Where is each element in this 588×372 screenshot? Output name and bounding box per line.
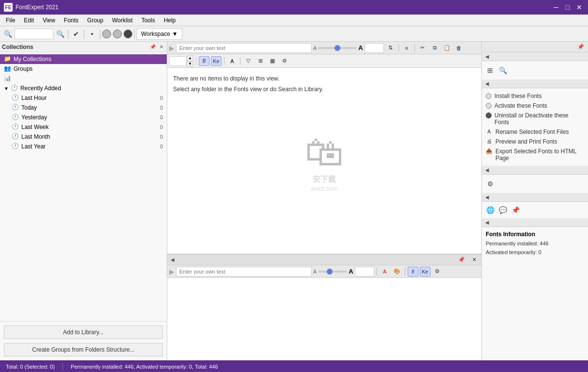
collections-label: Collections <box>2 44 33 50</box>
menu-fonts[interactable]: Fonts <box>60 16 82 25</box>
rp-grid-icon[interactable]: ⊞ <box>485 65 495 76</box>
menu-file[interactable]: File <box>2 16 19 25</box>
create-groups-btn[interactable]: Create Groups from Folders Structure... <box>4 343 163 356</box>
paste-btn[interactable]: 📋 <box>442 43 452 53</box>
tree-item-last-year[interactable]: 🕐 Last Year 0 <box>0 142 167 151</box>
tree-item-recently-added[interactable]: ▼ 🕐 Recently Added <box>0 83 167 93</box>
minimize-button[interactable]: ─ <box>551 2 561 12</box>
right-panel-header: 📌 <box>482 42 588 52</box>
tree-item-last-week[interactable]: 🕐 Last Week 0 <box>0 122 167 132</box>
toolbar-sep4 <box>134 29 135 39</box>
action-rename[interactable]: A Rename Selected Font Files <box>484 127 586 137</box>
stepper-down[interactable]: ▼ <box>187 61 193 67</box>
panel-pin-btn[interactable]: 📌 <box>149 44 156 50</box>
menu-help[interactable]: Help <box>160 16 180 25</box>
circle-btn-gray2[interactable] <box>113 30 122 38</box>
toolbar-dot-btn[interactable]: • <box>86 28 98 40</box>
menu-tools[interactable]: Tools <box>138 16 159 25</box>
bottom-preview-input[interactable] <box>176 267 312 276</box>
action-export[interactable]: 📤 Export Selected Fonts to HTML Page <box>484 146 586 163</box>
preview-toolbar2: 400 ▲ ▼ fi Ke A ▽ ⊞ ▦ ⚙ <box>167 54 481 68</box>
bottom-toolbar: ▶ A A 28 A 🎨 fi Ke ⚙ <box>167 265 481 278</box>
bottom-panel-collapse[interactable]: ◀ <box>169 257 176 263</box>
copy-btn[interactable]: ⧉ <box>429 43 440 53</box>
rp-divider2[interactable]: ◀ <box>482 80 588 88</box>
cut-btn[interactable]: ✂ <box>417 43 428 53</box>
bottom-size-slider[interactable] <box>318 271 347 273</box>
toolbar-check-btn[interactable]: ✔ <box>70 28 82 40</box>
layout2-btn[interactable]: ▦ <box>267 56 278 66</box>
tree-item-chart[interactable]: 📊 <box>0 74 167 83</box>
bottom-color-btn[interactable]: A <box>380 267 390 276</box>
circle-btn-gray[interactable] <box>102 30 111 38</box>
layout-btn[interactable]: ⊞ <box>255 56 266 66</box>
tree-item-today[interactable]: 🕐 Today 0 <box>0 103 167 113</box>
empty-message: There are no items to display in this vi… <box>173 74 476 95</box>
bold-toggle[interactable]: A <box>227 56 238 66</box>
preview-arrow-icon: ▶ <box>169 44 175 52</box>
rp-divider1[interactable]: ◀ <box>482 52 588 61</box>
title-text: FontExpert 2021 <box>16 4 59 11</box>
menu-view[interactable]: View <box>39 16 59 25</box>
rp-chat-icon[interactable]: 💬 <box>497 205 508 215</box>
right-pin-btn[interactable]: 📌 <box>575 42 586 52</box>
menu-worklist[interactable]: Worklist <box>108 16 136 25</box>
clock-icon: 🕐 <box>12 143 19 150</box>
fi-btn[interactable]: fi <box>199 56 209 66</box>
bottom-size-input[interactable]: 28 <box>355 267 374 276</box>
rp-pin-icon[interactable]: 📌 <box>510 205 521 215</box>
bottom-fi-btn[interactable]: fi <box>408 267 418 276</box>
item-label: Yesterday <box>21 114 158 121</box>
tb-sep3 <box>196 57 196 65</box>
tree-item-yesterday[interactable]: 🕐 Yesterday 0 <box>0 113 167 122</box>
bottom-pin-btn[interactable]: 📌 <box>456 255 467 265</box>
tree-item-last-month[interactable]: 🕐 Last Month 0 <box>0 132 167 142</box>
stepper-up[interactable]: ▲ <box>187 55 193 61</box>
item-count: 0 <box>160 144 163 149</box>
sort-btn[interactable]: ⇅ <box>385 43 396 53</box>
settings-btn[interactable]: ⚙ <box>279 56 290 66</box>
filter-btn[interactable]: ▽ <box>243 56 254 66</box>
action-uninstall[interactable]: Uninstall or Deactivate these Fonts <box>484 111 586 127</box>
action-install[interactable]: Install these Fonts <box>484 91 586 101</box>
tree-item-my-collections[interactable]: 📁 My Collections <box>0 54 167 64</box>
toolbar-search-input[interactable] <box>15 29 53 39</box>
toolbar-search-btn2[interactable]: 🔍 <box>54 28 66 40</box>
tree-item-last-hour[interactable]: 🕐 Last Hour 0 <box>0 93 167 103</box>
action-activate[interactable]: Activate these Fonts <box>484 101 586 111</box>
add-to-library-btn[interactable]: Add to Library... <box>4 325 163 339</box>
item-count: 0 <box>160 95 163 101</box>
bottom-close-btn[interactable]: ✕ <box>469 255 479 265</box>
rp-divider5[interactable]: ◀ <box>482 218 588 227</box>
left-panel: Collections 📌 ✕ 📁 My Collections 👥 Group… <box>0 42 167 360</box>
workspace-dropdown[interactable]: Workspace ▼ <box>137 28 182 40</box>
ke-btn[interactable]: Ke <box>211 56 222 66</box>
preview-text-input[interactable] <box>176 43 312 53</box>
close-button[interactable]: ✕ <box>574 2 584 12</box>
delete-btn[interactable]: 🗑 <box>454 43 464 53</box>
menu-group[interactable]: Group <box>83 16 107 25</box>
action-preview-print[interactable]: 🖨 Preview and Print Fonts <box>484 137 586 146</box>
circle-btn-dark[interactable] <box>124 30 132 38</box>
toolbar-search-btn[interactable]: 🔍 <box>2 28 14 40</box>
rp-collapse1: ◀ <box>484 53 491 60</box>
text-view-btn[interactable]: ≡ <box>401 43 412 53</box>
tree-item-groups[interactable]: 👥 Groups <box>0 64 167 74</box>
preview-size-input[interactable]: 36 <box>365 43 384 53</box>
panel-close-btn[interactable]: ✕ <box>158 44 165 50</box>
item-count: 0 <box>160 124 163 130</box>
rp-divider3[interactable]: ◀ <box>482 166 588 175</box>
rp-search2-icon[interactable]: 🔍 <box>497 65 508 76</box>
rp-divider4[interactable]: ◀ <box>482 193 588 202</box>
menu-edit[interactable]: Edit <box>20 16 38 25</box>
bottom-gear-btn[interactable]: ⚙ <box>432 267 443 276</box>
main-layout: Collections 📌 ✕ 📁 My Collections 👥 Group… <box>0 42 588 360</box>
size-slider[interactable] <box>318 47 357 49</box>
bottom-color2-btn[interactable]: 🎨 <box>392 267 402 276</box>
bottom-ke-btn[interactable]: Ke <box>420 267 430 276</box>
maximize-button[interactable]: □ <box>563 2 572 12</box>
rp-globe-icon[interactable]: 🌐 <box>485 205 495 215</box>
rp-settings-icon[interactable]: ⚙ <box>485 178 495 189</box>
size-stepper-input[interactable]: 400 <box>169 56 187 66</box>
action-dot-uninstall <box>486 113 492 118</box>
